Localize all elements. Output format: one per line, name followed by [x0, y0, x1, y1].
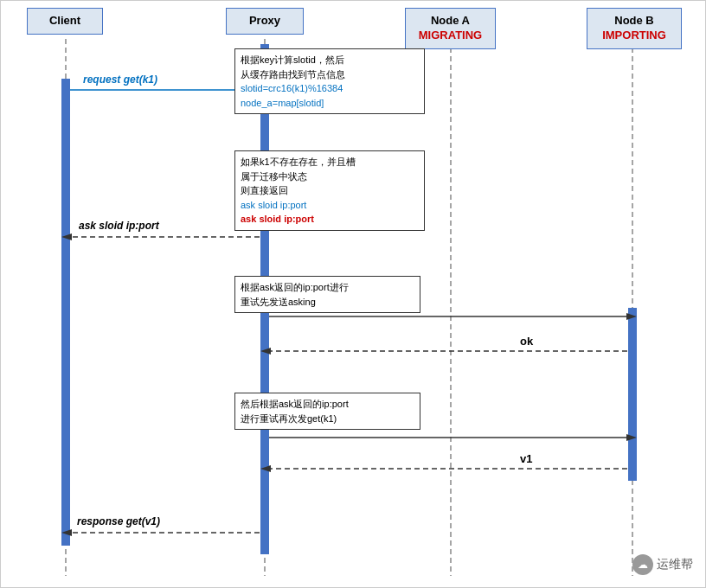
svg-marker-18 [260, 465, 271, 472]
label-ok: ok [520, 335, 533, 348]
note-ask: 如果k1不存在存在，并且槽 属于迁移中状态 则直接返回 ask sloid ip… [234, 150, 425, 231]
note-routing: 根据key计算slotid，然后 从缓存路由找到节点信息 slotid=crc1… [234, 48, 425, 114]
svg-marker-12 [626, 313, 637, 320]
label-ask-response: ask sloid ip:port [79, 220, 159, 232]
svg-marker-20 [61, 529, 72, 536]
note-get-k1: 然后根据ask返回的ip:port 进行重试再次发get(k1) [234, 393, 420, 430]
participant-nodeA: Node AMIGRATING [405, 8, 496, 49]
sequence-diagram: Client Proxy Node AMIGRATING Node BIMPOR… [0, 0, 706, 588]
participant-client: Client [27, 8, 103, 35]
label-request-get: request get(k1) [83, 74, 157, 86]
participant-nodeB: Node BIMPORTING [587, 8, 682, 49]
label-v1: v1 [520, 452, 532, 465]
watermark-text: 运维帮 [657, 557, 693, 572]
watermark: ☁ 运维帮 [632, 554, 693, 575]
svg-marker-16 [626, 434, 637, 441]
svg-rect-6 [628, 308, 637, 481]
svg-marker-10 [61, 233, 72, 240]
participant-proxy: Proxy [226, 8, 304, 35]
watermark-icon: ☁ [632, 554, 653, 575]
label-response: response get(v1) [77, 515, 160, 527]
svg-marker-14 [260, 348, 271, 355]
svg-rect-4 [61, 79, 70, 546]
note-asking: 根据ask返回的ip:port进行 重试先发送asking [234, 276, 420, 313]
